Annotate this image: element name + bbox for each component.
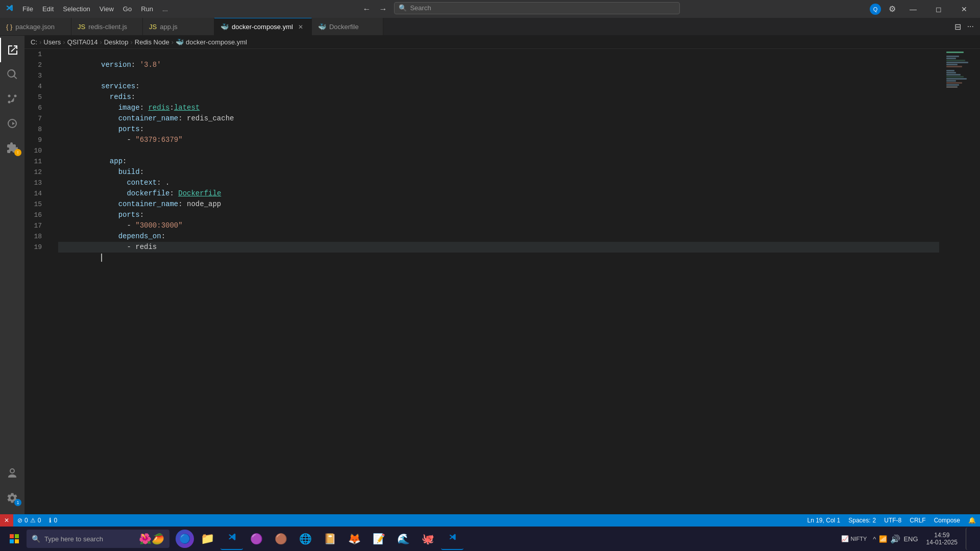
split-editor-button[interactable]: ⊟ (952, 22, 963, 32)
code-line-3: services: (58, 70, 939, 81)
code-line-18: - redis (58, 231, 939, 242)
svg-point-0 (8, 95, 11, 97)
taskbar-github[interactable]: 🐙 (416, 528, 439, 550)
account-icon[interactable]: Q (870, 4, 881, 15)
activity-source-control[interactable] (0, 87, 24, 111)
vscode-icon (4, 4, 14, 14)
code-line-4: redis: (58, 81, 939, 92)
breadcrumb-qsita014[interactable]: QSITA014 (67, 38, 98, 46)
more-tabs-button[interactable]: ··· (965, 22, 976, 31)
tab-dockerfile[interactable]: 🐳 Dockerfile (312, 18, 383, 35)
nifty-widget[interactable]: 📈 NIFTY (838, 528, 870, 550)
menu-selection[interactable]: Selection (59, 3, 94, 15)
breadcrumb-filename[interactable]: docker-compose.yml (186, 38, 247, 46)
code-editor[interactable]: 1 2 3 4 5 6 7 8 9 10 11 12 13 14 15 16 1… (24, 49, 980, 514)
taskbar-search[interactable]: 🔍 Type here to search 🌺🥭 (27, 530, 169, 548)
breadcrumb-users[interactable]: Users (43, 38, 61, 46)
menu-go[interactable]: Go (119, 3, 136, 15)
code-line-5: image: redis:latest (58, 92, 939, 103)
activity-search[interactable] (0, 62, 24, 87)
breadcrumb: C: › Users › QSITA014 › Desktop › Redis … (24, 36, 980, 49)
taskbar-notepad[interactable]: 📔 (318, 528, 341, 550)
svg-rect-3 (10, 534, 14, 538)
tab-close-docker-compose[interactable]: ✕ (296, 22, 305, 32)
taskbar-explorer[interactable]: 📁 (196, 528, 218, 550)
taskbar-word[interactable]: 📝 (368, 528, 390, 550)
tray-lang[interactable]: ENG (903, 535, 918, 543)
svg-point-2 (14, 95, 17, 97)
status-bar: ✕ ⊘ 0 ⚠ 0 ℹ 0 Ln 19, Col 1 Spaces: 2 UTF… (0, 514, 980, 527)
nav-forward-button[interactable]: → (376, 2, 390, 16)
activity-bar-bottom: 1 (0, 461, 24, 514)
bell-icon: 🔔 (968, 517, 976, 524)
code-line-12: context: . (58, 167, 939, 178)
encoding-value: UTF-8 (884, 517, 901, 524)
taskbar-teams[interactable]: 🟣 (245, 528, 267, 550)
maximize-button[interactable]: ◻ (927, 0, 950, 18)
activity-settings[interactable]: 1 (0, 486, 24, 510)
status-infos[interactable]: ℹ 0 (45, 514, 61, 527)
tray-wifi[interactable]: 📶 (879, 535, 887, 543)
tray-chevron[interactable]: ^ (873, 535, 876, 543)
menu-run[interactable]: Run (137, 3, 157, 15)
status-eol[interactable]: CRLF (905, 514, 929, 527)
status-error-panel[interactable]: ✕ (0, 514, 13, 527)
taskbar-chrome[interactable]: 🌐 (294, 528, 316, 550)
error-count-icon: ⊘ (17, 517, 22, 524)
minimize-button[interactable]: — (901, 0, 925, 18)
tab-icon-redis-client-js: JS (78, 23, 85, 31)
start-button[interactable] (4, 529, 24, 549)
activity-explorer[interactable] (0, 38, 24, 62)
breadcrumb-desktop[interactable]: Desktop (104, 38, 129, 46)
settings-badge: 1 (14, 499, 21, 506)
show-desktop-button[interactable] (966, 528, 972, 550)
taskbar-search-icon: 🔍 (32, 535, 40, 543)
taskbar-firefox[interactable]: 🦊 (343, 528, 365, 550)
nav-back-button[interactable]: ← (359, 2, 374, 16)
tab-redis-client-js[interactable]: JS redis-client.js (71, 18, 143, 35)
activity-account[interactable] (0, 461, 24, 486)
tab-label-dockerfile: Dockerfile (329, 23, 359, 31)
status-spaces[interactable]: Spaces: 2 (844, 514, 880, 527)
close-button[interactable]: ✕ (952, 0, 976, 18)
taskbar-vs[interactable] (220, 528, 243, 550)
tab-label-app-js: app.js (160, 23, 178, 31)
status-encoding[interactable]: UTF-8 (880, 514, 905, 527)
activity-run-debug[interactable] (0, 111, 24, 136)
status-errors[interactable]: ⊘ 0 ⚠ 0 (13, 514, 45, 527)
breadcrumb-redis-node[interactable]: Redis Node (135, 38, 169, 46)
tab-package-json[interactable]: { } package.json (0, 18, 71, 35)
taskbar-cortana[interactable]: 🔵 (176, 530, 194, 548)
status-bar-right: Ln 19, Col 1 Spaces: 2 UTF-8 CRLF Compos… (803, 514, 981, 527)
status-cursor[interactable]: Ln 19, Col 1 (803, 514, 845, 527)
taskbar-slack[interactable]: 🟤 (270, 528, 292, 550)
warning-count: 0 (38, 517, 41, 524)
code-line-16: - "3000:3000" (58, 210, 939, 220)
status-bar-left: ✕ ⊘ 0 ⚠ 0 ℹ 0 (0, 514, 61, 527)
tab-docker-compose-yml[interactable]: 🐳 docker-compose.yml ✕ (214, 18, 312, 35)
search-bar[interactable]: 🔍 Search (394, 2, 680, 14)
tab-app-js[interactable]: JS app.js (143, 18, 214, 35)
activity-bar: ! 1 (0, 36, 24, 514)
status-language[interactable]: Compose (930, 514, 964, 527)
warning-count-icon: ⚠ (30, 517, 36, 524)
tab-label-redis-client-js: redis-client.js (88, 23, 127, 31)
menu-edit[interactable]: Edit (38, 3, 58, 15)
error-count: 0 (24, 517, 28, 524)
activity-extensions[interactable]: ! (0, 136, 24, 160)
tab-actions: ⊟ ··· (948, 18, 980, 35)
code-line-13: dockerfile: Dockerfile (58, 178, 939, 188)
status-bell[interactable]: 🔔 (964, 514, 980, 527)
breadcrumb-c[interactable]: C: (31, 38, 37, 46)
menu-more[interactable]: ... (158, 3, 172, 15)
taskbar-edge[interactable]: 🌊 (392, 528, 414, 550)
taskbar-clock[interactable]: 14:59 14-01-2025 (922, 532, 962, 546)
code-content: version: '3.8' services: redis: image: r… (50, 49, 939, 514)
taskbar-vscode2[interactable] (441, 528, 463, 550)
settings-icon[interactable]: ⚙ (885, 2, 899, 16)
menu-file[interactable]: File (18, 3, 37, 15)
nifty-label: NIFTY (851, 536, 867, 542)
menu-view[interactable]: View (95, 3, 118, 15)
windows-taskbar: 🔍 Type here to search 🌺🥭 🔵 📁 🟣 🟤 🌐 📔 🦊 📝… (0, 527, 980, 551)
tray-volume[interactable]: 🔊 (890, 534, 900, 544)
